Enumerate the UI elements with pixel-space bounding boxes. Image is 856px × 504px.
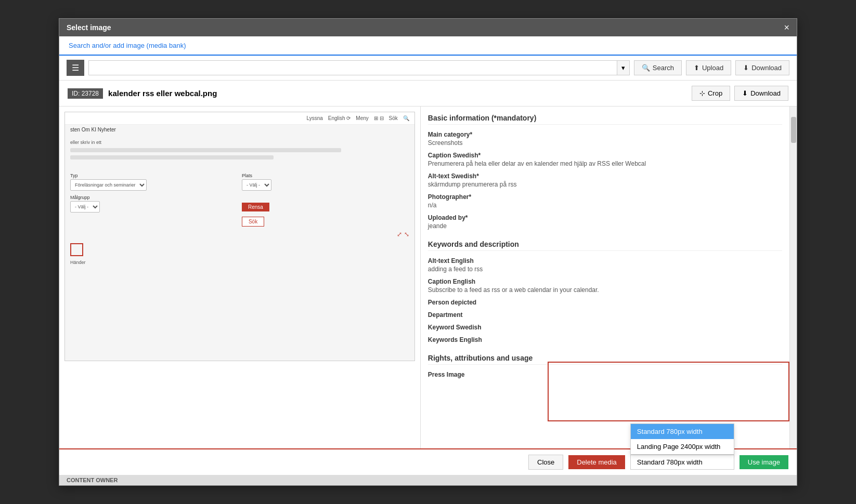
mock-expand-icon-1: ⤢: [397, 231, 402, 238]
close-button[interactable]: Close: [528, 455, 563, 470]
mock-sok-button[interactable]: Sök: [242, 217, 264, 227]
search-dropdown-button[interactable]: ▾: [617, 61, 629, 75]
info-panel: Basic information (*mandatory) Main cate…: [421, 107, 789, 448]
content-owner-label: CONTENT OWNER: [67, 477, 118, 483]
keywords-title: Keywords and description: [428, 240, 782, 251]
footer-bar: Close Delete media Standard 780px width …: [59, 448, 797, 475]
basic-info-section: Basic information (*mandatory) Main cate…: [428, 114, 782, 230]
mock-form-label-typ: Typ: [70, 173, 238, 178]
mock-select-typ[interactable]: Föreläsningar och seminarier: [70, 179, 147, 191]
mock-form-row-1: Typ Föreläsningar och seminarier Plats: [70, 173, 409, 191]
scrollbar-thumb: [791, 117, 796, 143]
image-filename: kalender rss eller webcal.png: [108, 89, 217, 98]
field-person-depicted: Person depicted: [428, 299, 782, 306]
mock-nav-meny: Meny: [356, 115, 368, 121]
tab-search-add-image[interactable]: Search and/or add image (media bank): [67, 36, 188, 56]
mock-nav-english: English ⟳: [328, 115, 351, 121]
field-photographer: Photographer* n/a: [428, 193, 782, 209]
download-icon: ⬇: [743, 64, 749, 72]
field-department: Department: [428, 311, 782, 319]
image-panel: Lyssna English ⟳ Meny ⊞ ⊟ Sök 🔍 sten Om: [59, 107, 421, 448]
delete-media-button[interactable]: Delete media: [568, 455, 625, 469]
search-input[interactable]: [89, 61, 617, 75]
value-caption-swedish: Prenumerera på hela eller delar av en ka…: [428, 160, 782, 167]
label-photographer: Photographer*: [428, 193, 782, 201]
content-main: Lyssna English ⟳ Meny ⊞ ⊟ Sök 🔍 sten Om: [59, 107, 797, 448]
modal-close-button[interactable]: ×: [784, 23, 789, 32]
mock-content: eller skriv in ett: [65, 135, 414, 168]
rights-title: Rights, attributions and usage: [428, 354, 782, 365]
search-button[interactable]: 🔍 Search: [634, 60, 682, 75]
preview-area: Lyssna English ⟳ Meny ⊞ ⊟ Sök 🔍 sten Om: [59, 107, 420, 366]
mock-small-box: [70, 243, 83, 256]
field-caption-english: Caption English Subscribe to a feed as r…: [428, 278, 782, 294]
website-mock: Lyssna English ⟳ Meny ⊞ ⊟ Sök 🔍 sten Om: [65, 112, 414, 361]
modal-body: ID: 23728 kalender rss eller webcal.png …: [59, 81, 797, 448]
toolbar-download-button[interactable]: ⬇ Download: [735, 60, 789, 75]
mock-text-line-2: [70, 155, 274, 160]
field-keywords-english: Keywords English: [428, 336, 782, 343]
menu-button[interactable]: ☰: [67, 60, 84, 76]
toolbar-download-label: Download: [751, 64, 782, 72]
value-photographer: n/a: [428, 202, 782, 209]
search-input-wrap: ▾: [88, 60, 630, 75]
mock-rensa-button[interactable]: Rensa: [242, 203, 269, 211]
value-uploaded-by: jeande: [428, 222, 782, 230]
keywords-section: Keywords and description Alt-text Englis…: [428, 240, 782, 343]
mock-nav: Lyssna English ⟳ Meny ⊞ ⊟ Sök 🔍: [65, 112, 414, 125]
mock-nav-sok: Sök: [389, 115, 398, 121]
mock-select-plats[interactable]: - Välj -: [242, 179, 271, 191]
mock-footer: Händer: [65, 258, 414, 267]
dropdown-option-landing[interactable]: Landing Page 2400px width: [631, 439, 734, 454]
upload-button[interactable]: ⬆ Upload: [686, 60, 731, 75]
crop-button[interactable]: ⊹ Crop: [692, 86, 730, 101]
label-press-image: Press Image: [428, 371, 782, 378]
image-actions: ⊹ Crop ⬇ Download: [692, 86, 788, 101]
label-alt-text-english: Alt-text English: [428, 257, 782, 264]
label-uploaded-by: Uploaded by*: [428, 214, 782, 221]
crop-label: Crop: [708, 89, 722, 97]
label-caption-swedish: Caption Swedish*: [428, 152, 782, 159]
label-keyword-swedish: Keyword Swedish: [428, 324, 782, 331]
field-main-category: Main category* Screenshots: [428, 131, 782, 147]
upload-label: Upload: [702, 64, 723, 72]
use-image-button[interactable]: Use image: [740, 455, 788, 469]
basic-info-title: Basic information (*mandatory): [428, 114, 782, 125]
mock-breadcrumb-text: sten Om KI Nyheter: [70, 127, 116, 132]
mock-nav-lyssna: Lyssna: [306, 115, 322, 121]
label-department: Department: [428, 311, 782, 319]
mock-breadcrumb: sten Om KI Nyheter: [65, 125, 414, 135]
value-main-category: Screenshots: [428, 139, 782, 147]
dropdown-options-list: Standard 780px width Landing Page 2400px…: [630, 423, 734, 455]
value-alt-text-english: adding a feed to rss: [428, 266, 782, 273]
value-alt-text-swedish: skärmdump prenumerera på rss: [428, 181, 782, 188]
modal-overlay: Select image × Search and/or add image (…: [0, 0, 856, 504]
field-uploaded-by: Uploaded by* jeande: [428, 214, 782, 230]
field-alt-text-english: Alt-text English adding a feed to rss: [428, 257, 782, 273]
content-owner-bar: CONTENT OWNER: [59, 475, 797, 485]
modal: Select image × Search and/or add image (…: [59, 18, 797, 486]
crop-icon: ⊹: [699, 89, 705, 97]
label-caption-english: Caption English: [428, 278, 782, 285]
field-caption-swedish: Caption Swedish* Prenumerera på hela ell…: [428, 152, 782, 167]
mock-footer-text: Händer: [70, 260, 86, 265]
label-person-depicted: Person depicted: [428, 299, 782, 306]
mock-nav-icons: ⊞ ⊟: [374, 115, 384, 121]
image-id: ID: 23728: [68, 88, 103, 99]
mock-select-malgrupp[interactable]: - Välj -: [70, 201, 100, 213]
label-alt-text-swedish: Alt-text Swedish*: [428, 173, 782, 180]
mock-form-label-plats: Plats: [242, 173, 409, 178]
mock-form-row-2: Målgrupp - Välj - Rensa: [70, 195, 409, 213]
image-download-icon: ⬇: [742, 89, 748, 97]
image-download-button[interactable]: ⬇ Download: [734, 86, 788, 101]
mock-content-text: eller skriv in ett: [70, 140, 101, 145]
dropdown-option-standard[interactable]: Standard 780px width: [631, 424, 734, 439]
width-dropdown[interactable]: Standard 780px width Landing Page 2400px…: [630, 455, 734, 470]
search-icon: 🔍: [642, 64, 650, 72]
upload-icon: ⬆: [694, 64, 699, 72]
mock-form-row-3: Sök: [70, 217, 409, 227]
right-scrollbar[interactable]: [789, 107, 797, 448]
field-keyword-swedish: Keyword Swedish: [428, 324, 782, 331]
mock-search-icon: 🔍: [403, 115, 409, 121]
label-main-category: Main category*: [428, 131, 782, 138]
